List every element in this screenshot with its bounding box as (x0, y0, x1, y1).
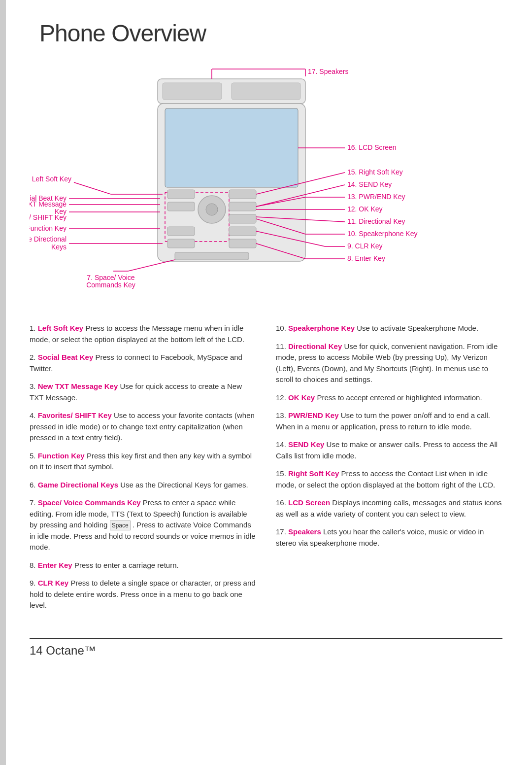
svg-rect-12 (229, 214, 256, 223)
desc-item-4: 4. Favorites/ SHIFT Key Use to access yo… (30, 410, 256, 444)
desc-col-right: 10. Speakerphone Key Use to activate Spe… (276, 323, 502, 618)
desc-item-14: 14. SEND Key Use to make or answer calls… (276, 439, 502, 461)
desc-item-9: 9. CLR Key Press to delete a single spac… (30, 578, 256, 611)
key-label-14: SEND Key (288, 440, 324, 449)
footer-text: 14 Octane™ (30, 644, 96, 658)
svg-rect-15 (167, 239, 195, 248)
key-label-10: Speakerphone Key (288, 324, 355, 332)
key-label-6: Game Directional Keys (38, 481, 118, 489)
key-label-4: Favorites/ SHIFT Key (38, 411, 112, 419)
svg-rect-14 (229, 239, 256, 248)
page-title: Phone Overview (39, 20, 502, 47)
svg-text:Commands Key: Commands Key (86, 281, 135, 289)
desc-item-13: 13. PWR/END Key Use to turn the power on… (276, 410, 502, 432)
svg-rect-9 (229, 202, 256, 211)
desc-item-5: 5. Function Key Press this key first and… (30, 451, 256, 473)
desc-text-6: Use as the Directional Keys for games. (120, 481, 248, 489)
svg-rect-16 (167, 227, 195, 236)
desc-item-16: 16. LCD Screen Displays incoming calls, … (276, 497, 502, 520)
svg-text:12. OK Key: 12. OK Key (347, 205, 383, 213)
svg-text:9. CLR Key: 9. CLR Key (347, 242, 383, 250)
diagram-area: 1. Left Soft Key 2. Social Beat Key 3. N… (30, 62, 502, 308)
desc-text-12: Press to accept entered or highlighted i… (317, 393, 482, 402)
key-label-11: Directional Key (288, 342, 342, 350)
key-label-17: Speakers (288, 527, 321, 536)
key-label-8: Enter Key (38, 561, 72, 569)
desc-item-17: 17. Speakers Lets you hear the caller's … (276, 526, 502, 549)
key-label-13: PWR/END Key (288, 411, 339, 419)
key-label-7: Space/ Voice Commands Key (38, 498, 141, 507)
svg-text:10. Speakerphone Key: 10. Speakerphone Key (347, 230, 417, 238)
svg-text:16. LCD Screen: 16. LCD Screen (347, 143, 397, 151)
svg-text:5. Function Key: 5. Function Key (30, 224, 66, 232)
svg-text:1. Left Soft Key: 1. Left Soft Key (30, 175, 71, 183)
svg-rect-1 (163, 83, 222, 100)
svg-text:15. Right Soft Key: 15. Right Soft Key (347, 168, 403, 176)
key-label-15: Right Soft Key (288, 469, 339, 478)
key-label-1: Left Soft Key (38, 324, 84, 332)
svg-rect-4 (165, 108, 298, 187)
desc-col-left: 1. Left Soft Key Press to access the Mes… (30, 323, 256, 618)
svg-text:17. Speakers: 17. Speakers (308, 68, 349, 75)
svg-text:13. PWR/END Key: 13. PWR/END Key (347, 193, 405, 201)
key-label-12: OK Key (288, 393, 315, 402)
desc-item-12: 12. OK Key Press to accept entered or hi… (276, 392, 502, 404)
desc-item-1: 1. Left Soft Key Press to access the Mes… (30, 323, 256, 345)
desc-item-8: 8. Enter Key Press to enter a carriage r… (30, 560, 256, 571)
svg-text:4. Favorites/ SHIFT Key: 4. Favorites/ SHIFT Key (30, 213, 66, 221)
key-label-9: CLR Key (38, 579, 69, 587)
left-accent-bar (0, 0, 6, 765)
key-label-3: New TXT Message Key (38, 382, 118, 390)
desc-item-2: 2. Social Beat Key Press to connect to F… (30, 352, 256, 374)
desc-text-8: Press to enter a carriage return. (74, 561, 179, 569)
desc-item-3: 3. New TXT Message Key Use for quick acc… (30, 381, 256, 403)
desc-text-10: Use to activate Speakerphone Mode. (357, 324, 478, 332)
svg-rect-6 (167, 190, 195, 199)
svg-text:8. Enter Key: 8. Enter Key (347, 254, 385, 262)
svg-rect-7 (229, 190, 256, 199)
diagram-svg: 1. Left Soft Key 2. Social Beat Key 3. N… (30, 62, 502, 308)
svg-text:7. Space/ Voice: 7. Space/ Voice (87, 274, 135, 281)
desc-item-10: 10. Speakerphone Key Use to activate Spe… (276, 323, 502, 334)
key-label-2: Social Beat Key (38, 353, 94, 361)
svg-rect-13 (229, 227, 256, 236)
desc-item-6: 6. Game Directional Keys Use as the Dire… (30, 480, 256, 491)
svg-text:14. SEND Key: 14. SEND Key (347, 180, 392, 188)
svg-text:6. Game Directional: 6. Game Directional (30, 235, 66, 243)
descriptions-section: 1. Left Soft Key Press to access the Mes… (30, 323, 502, 618)
svg-text:3. New TXT Message: 3. New TXT Message (30, 200, 66, 208)
page-container: Phone Overview (0, 0, 532, 765)
key-label-16: LCD Screen (288, 498, 330, 507)
key-label-5: Function Key (38, 452, 85, 460)
page-footer: 14 Octane™ (30, 638, 502, 658)
svg-text:Keys: Keys (51, 243, 66, 251)
desc-item-7: 7. Space/ Voice Commands Key Press to en… (30, 497, 256, 553)
svg-rect-8 (167, 202, 195, 211)
desc-item-11: 11. Directional Key Use for quick, conve… (276, 341, 502, 385)
svg-rect-17 (175, 252, 249, 260)
desc-item-15: 15. Right Soft Key Press to access the C… (276, 468, 502, 490)
svg-point-11 (206, 204, 218, 215)
svg-rect-2 (232, 83, 300, 100)
svg-text:11. Directional Key: 11. Directional Key (347, 217, 405, 225)
svg-line-19 (74, 182, 111, 194)
svg-line-34 (128, 260, 175, 271)
